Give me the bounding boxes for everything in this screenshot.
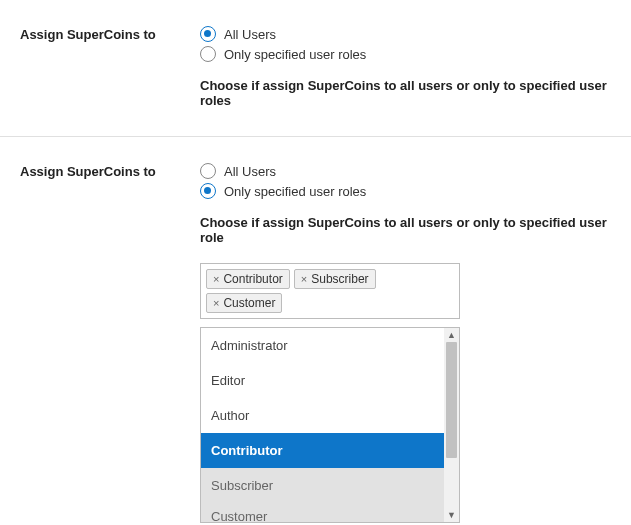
tag-label: Contributor (223, 272, 282, 286)
radio-icon (200, 26, 216, 42)
radio-label: All Users (224, 164, 276, 179)
option-editor[interactable]: Editor (201, 363, 444, 398)
help-text: Choose if assign SuperCoins to all users… (200, 78, 611, 108)
assign-section-all: Assign SuperCoins to All Users Only spec… (0, 0, 631, 137)
field-label: Assign SuperCoins to (20, 163, 200, 179)
tag-label: Customer (223, 296, 275, 310)
scroll-track[interactable] (444, 342, 459, 508)
option-administrator[interactable]: Administrator (201, 328, 444, 363)
role-multiselect[interactable]: × Contributor × Subscriber × Customer (200, 263, 460, 319)
field-label: Assign SuperCoins to (20, 26, 200, 42)
role-dropdown: Administrator Editor Author Contributor … (200, 327, 460, 523)
radio-label: Only specified user roles (224, 47, 366, 62)
option-contributor[interactable]: Contributor (201, 433, 444, 468)
option-subscriber[interactable]: Subscriber (201, 468, 444, 503)
help-text: Choose if assign SuperCoins to all users… (200, 215, 611, 245)
radio-all-users[interactable]: All Users (200, 26, 611, 42)
radio-all-users[interactable]: All Users (200, 163, 611, 179)
scroll-up-icon[interactable]: ▲ (444, 328, 459, 342)
radio-icon (200, 46, 216, 62)
radio-icon (200, 163, 216, 179)
tag-customer[interactable]: × Customer (206, 293, 282, 313)
tag-contributor[interactable]: × Contributor (206, 269, 290, 289)
radio-label: Only specified user roles (224, 184, 366, 199)
scroll-thumb[interactable] (446, 342, 457, 458)
radio-icon (200, 183, 216, 199)
radio-specified-roles[interactable]: Only specified user roles (200, 46, 611, 62)
option-author[interactable]: Author (201, 398, 444, 433)
scroll-down-icon[interactable]: ▼ (444, 508, 459, 522)
remove-tag-icon[interactable]: × (213, 298, 219, 309)
radio-specified-roles[interactable]: Only specified user roles (200, 183, 611, 199)
remove-tag-icon[interactable]: × (213, 274, 219, 285)
scrollbar[interactable]: ▲ ▼ (444, 328, 459, 522)
tag-label: Subscriber (311, 272, 368, 286)
assign-section-roles: Assign SuperCoins to All Users Only spec… (0, 137, 631, 525)
radio-label: All Users (224, 27, 276, 42)
option-customer[interactable]: Customer (201, 503, 444, 522)
tag-subscriber[interactable]: × Subscriber (294, 269, 376, 289)
remove-tag-icon[interactable]: × (301, 274, 307, 285)
